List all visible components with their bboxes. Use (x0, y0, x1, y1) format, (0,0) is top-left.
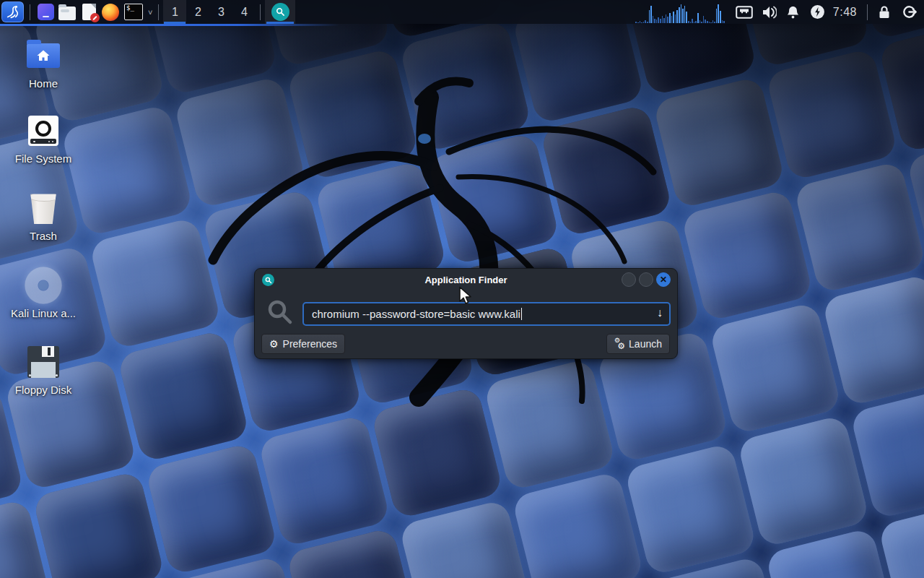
search-input[interactable]: chromium --password-store=basic www.kali… (302, 302, 671, 326)
home-icon (36, 49, 51, 62)
bell-icon (786, 5, 800, 20)
dropdown-terminal-icon: $_ (124, 4, 143, 20)
gear-icon: ⚙ (269, 339, 279, 349)
search-icon (266, 298, 294, 326)
applications-menu-button[interactable] (1, 1, 24, 22)
launcher-dropdown-terminal[interactable]: $_ (121, 1, 146, 23)
chevron-down-icon[interactable]: ˅ (148, 8, 152, 17)
desktop-icon-label: Home (9, 77, 78, 90)
file-system-drive-icon (28, 116, 58, 146)
launch-gears-icon: ⚙⚙ (614, 339, 624, 350)
desktop-icon-trash[interactable]: Trash (9, 188, 78, 242)
speaker-icon (761, 5, 777, 20)
launch-button-label: Launch (629, 338, 662, 350)
desktop-icon-label: Trash (9, 230, 78, 242)
logout-icon (902, 4, 917, 20)
application-finder-title-icon (262, 274, 274, 286)
text-caret (521, 308, 523, 320)
desktop-icon-file-system[interactable]: File System (9, 111, 78, 165)
minimize-button[interactable] (622, 272, 636, 287)
application-finder-window: Application Finder ✕ chromium --password… (254, 268, 678, 359)
panel-separator (867, 4, 868, 20)
lock-screen-button[interactable] (872, 0, 897, 24)
desktop-icon-label: Kali Linux a... (9, 307, 78, 319)
workspace-1-button[interactable]: 1 (163, 0, 186, 24)
firefox-icon (102, 4, 119, 21)
ethernet-icon (736, 6, 753, 19)
launcher-web-browser[interactable] (100, 1, 121, 23)
panel-separator (260, 4, 261, 20)
panel-separator (30, 4, 30, 20)
launcher-text-editor[interactable] (78, 1, 100, 23)
application-finder-taskbar-button[interactable] (265, 0, 295, 24)
search-input-value: chromium --password-store=basic www.kali (312, 308, 520, 320)
logout-button[interactable] (897, 0, 921, 24)
power-manager-tray-icon[interactable] (806, 0, 830, 24)
volume-tray-icon[interactable] (757, 0, 781, 24)
preferences-button-label: Preferences (283, 338, 337, 350)
workspace-2-button[interactable]: 2 (186, 0, 209, 24)
desktop-icon-home[interactable]: Home (9, 35, 78, 90)
home-folder-icon (27, 43, 60, 68)
kali-logo-icon (5, 4, 21, 20)
window-title: Application Finder (255, 275, 677, 285)
power-lightning-icon (810, 4, 825, 20)
floppy-disk-icon (27, 346, 59, 378)
file-manager-icon (58, 7, 76, 20)
cd-disc-icon (25, 267, 62, 304)
network-connection-tray-icon[interactable] (732, 0, 757, 24)
terminal-emulator-icon (38, 4, 54, 20)
panel-separator (158, 4, 159, 20)
desktop-icon-label: Floppy Disk (9, 384, 78, 396)
launcher-terminal-emulator[interactable] (35, 1, 56, 23)
workspace-4-button[interactable]: 4 (232, 0, 256, 24)
notifications-tray-icon[interactable] (781, 0, 806, 24)
application-finder-icon (271, 3, 289, 21)
trash-icon (29, 192, 58, 224)
history-dropdown-arrow-icon[interactable]: ↓ (657, 306, 663, 319)
workspace-3-button[interactable]: 3 (209, 0, 232, 24)
top-panel: $_ ˅ 1 2 3 4 7:4 (0, 0, 924, 24)
launcher-file-manager[interactable] (56, 1, 78, 23)
panel-clock[interactable]: 7:48 (830, 6, 863, 19)
network-monitor-graph[interactable] (635, 1, 725, 23)
preferences-button[interactable]: ⚙ Preferences (261, 334, 345, 354)
lock-icon (878, 5, 891, 20)
close-button[interactable]: ✕ (656, 272, 671, 287)
desktop-icon-label: File System (9, 152, 78, 165)
launch-button[interactable]: ⚙⚙ Launch (606, 334, 670, 354)
maximize-button[interactable] (639, 272, 653, 287)
window-titlebar[interactable]: Application Finder ✕ (255, 269, 677, 291)
text-editor-icon (82, 4, 96, 20)
desktop-icon-kali-linux-disc[interactable]: Kali Linux a... (9, 265, 78, 319)
desktop-icon-floppy-disk[interactable]: Floppy Disk (9, 342, 78, 396)
